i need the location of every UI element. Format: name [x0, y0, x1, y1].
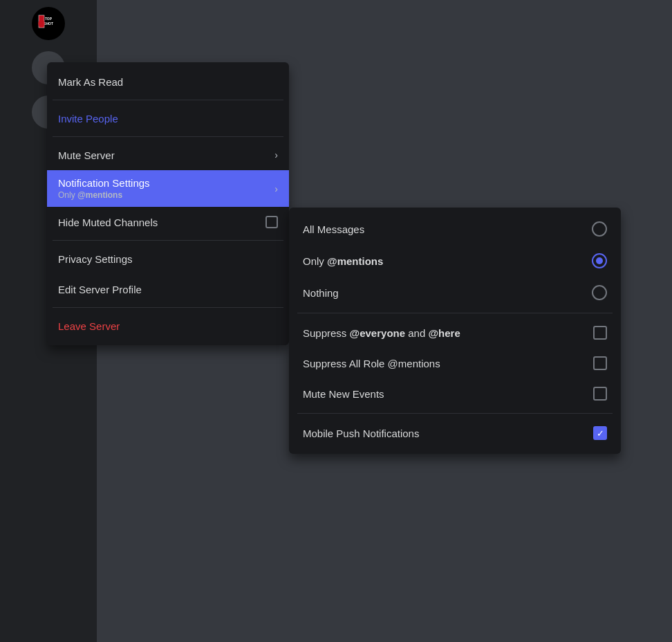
privacy-settings-label: Privacy Settings [58, 253, 133, 265]
menu-item-hide-muted-channels[interactable]: Hide Muted Channels [47, 207, 289, 237]
only-mentions-radio[interactable] [592, 253, 607, 268]
suppress-role-checkbox[interactable] [593, 356, 607, 370]
divider-4 [53, 307, 283, 308]
submenu-item-mobile-push[interactable]: Mobile Push Notifications ✓ [289, 418, 621, 448]
submenu-item-suppress-everyone[interactable]: Suppress @everyone and @here [289, 318, 621, 348]
only-mentions-label: Only @mentions [303, 255, 383, 267]
divider-2 [53, 136, 283, 137]
menu-item-notification-settings[interactable]: Notification Settings Only @mentions › [47, 170, 289, 207]
notification-settings-content: Notification Settings Only @mentions [58, 177, 150, 200]
menu-item-mute-server[interactable]: Mute Server › [47, 140, 289, 170]
notification-settings-chevron-icon: › [274, 183, 278, 194]
svg-text:SHOT: SHOT [44, 21, 53, 26]
submenu-divider-2 [297, 413, 613, 414]
hide-muted-channels-label: Hide Muted Channels [58, 217, 158, 228]
notification-submenu: All Messages Only @mentions Nothing Supp… [289, 208, 621, 454]
mute-events-checkbox[interactable] [593, 387, 607, 401]
submenu-item-mute-events[interactable]: Mute New Events [289, 378, 621, 409]
menu-item-mark-as-read[interactable]: Mark As Read [47, 66, 289, 97]
divider-1 [53, 100, 283, 100]
notification-settings-label: Notification Settings [58, 177, 150, 189]
edit-server-profile-label: Edit Server Profile [58, 284, 142, 295]
all-messages-label: All Messages [303, 223, 364, 235]
svg-text:TOP: TOP [45, 17, 53, 21]
suppress-everyone-checkbox[interactable] [593, 326, 607, 340]
mobile-push-checkbox[interactable]: ✓ [593, 426, 607, 440]
submenu-item-only-mentions[interactable]: Only @mentions [289, 245, 621, 277]
menu-item-invite-people[interactable]: Invite People [47, 103, 289, 134]
menu-item-privacy-settings[interactable]: Privacy Settings [47, 244, 289, 274]
mobile-push-label: Mobile Push Notifications [303, 428, 419, 439]
nothing-label: Nothing [303, 287, 339, 299]
divider-3 [53, 240, 283, 241]
svg-point-6 [38, 20, 45, 27]
hide-muted-channels-checkbox[interactable] [265, 216, 278, 228]
invite-people-label: Invite People [58, 113, 118, 125]
submenu-item-nothing[interactable]: Nothing [289, 277, 621, 309]
menu-item-edit-server-profile[interactable]: Edit Server Profile [47, 274, 289, 304]
submenu-divider-1 [297, 313, 613, 313]
notification-settings-subtitle: Only @mentions [58, 190, 150, 200]
nothing-radio[interactable] [592, 285, 607, 300]
mute-events-label: Mute New Events [303, 388, 384, 400]
mark-as-read-label: Mark As Read [58, 76, 123, 88]
submenu-item-all-messages[interactable]: All Messages [289, 213, 621, 245]
mute-server-label: Mute Server [58, 149, 115, 161]
all-messages-radio[interactable] [592, 221, 607, 237]
context-menu: Mark As Read Invite People Mute Server ›… [47, 62, 289, 345]
submenu-item-suppress-role[interactable]: Suppress All Role @mentions [289, 348, 621, 378]
suppress-everyone-label: Suppress @everyone and @here [303, 327, 460, 339]
mute-server-chevron-icon: › [274, 149, 278, 160]
leave-server-label: Leave Server [58, 320, 120, 332]
suppress-role-label: Suppress All Role @mentions [303, 358, 440, 369]
nba-topshot-server-icon[interactable]: TOP SHOT [32, 7, 65, 40]
menu-item-leave-server[interactable]: Leave Server [47, 311, 289, 341]
